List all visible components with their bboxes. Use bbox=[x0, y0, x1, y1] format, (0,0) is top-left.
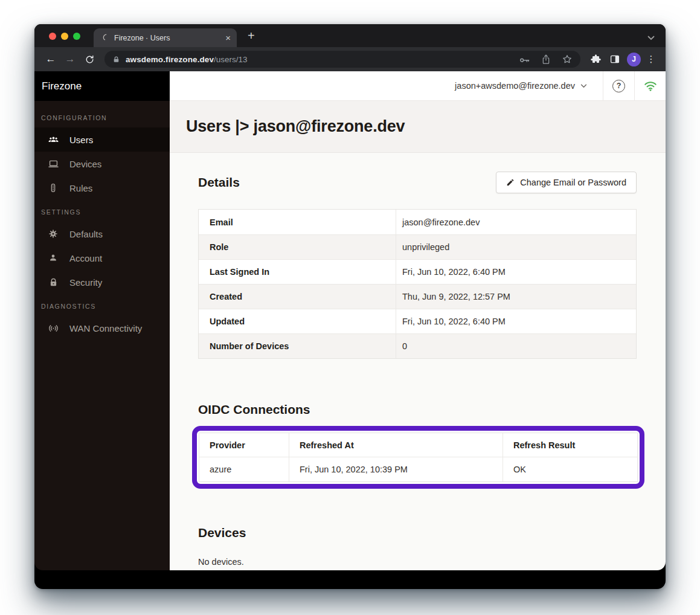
address-bar[interactable]: awsdemo.firezone.dev/users/13 bbox=[104, 51, 580, 68]
page-title: Users |> jason@firezone.dev bbox=[186, 117, 405, 136]
bookmark-star-icon[interactable] bbox=[562, 54, 573, 65]
sidebar-item-rules[interactable]: Rules bbox=[34, 176, 170, 200]
minimize-window-button[interactable] bbox=[61, 33, 68, 40]
sidebar-item-wan-connectivity[interactable]: WAN Connectivity bbox=[34, 316, 170, 340]
sidebar-item-label: Devices bbox=[69, 159, 101, 169]
browser-tab[interactable]: Firezone · Users × bbox=[94, 28, 237, 47]
devices-heading: Devices bbox=[198, 526, 637, 540]
table-row: Created Thu, Jun 9, 2022, 12:57 PM bbox=[199, 284, 636, 309]
tab-strip: Firezone · Users × + bbox=[34, 24, 666, 47]
traffic-light-icon bbox=[47, 182, 59, 193]
pencil-icon bbox=[506, 178, 515, 187]
browser-profile-avatar[interactable]: J bbox=[627, 53, 641, 66]
sidebar-item-security[interactable]: Security bbox=[34, 270, 170, 294]
gear-icon bbox=[47, 228, 59, 239]
password-key-icon[interactable] bbox=[519, 54, 530, 65]
wifi-icon bbox=[644, 80, 657, 92]
section-label-settings: SETTINGS bbox=[34, 200, 170, 222]
sidebar: Firezone CONFIGURATION Users Devices bbox=[34, 71, 170, 570]
table-row: Email jason@firezone.dev bbox=[199, 210, 636, 234]
browser-window: Firezone · Users × + ← → awsdemo.firezon… bbox=[34, 24, 666, 589]
browser-menu-icon[interactable]: ⋮ bbox=[644, 54, 658, 65]
back-button[interactable]: ← bbox=[42, 53, 60, 65]
account-menu[interactable]: jason+awsdemo@firezone.dev bbox=[439, 71, 603, 100]
app-header: jason+awsdemo@firezone.dev ? bbox=[170, 71, 666, 101]
section-label-configuration: CONFIGURATION bbox=[34, 106, 170, 127]
tab-close-icon[interactable]: × bbox=[225, 33, 231, 42]
main-content: Details Change Email or Password Email j… bbox=[170, 153, 666, 570]
chevron-down-icon bbox=[580, 84, 587, 88]
help-icon: ? bbox=[612, 80, 625, 92]
details-table: Email jason@firezone.dev Role unprivileg… bbox=[198, 209, 637, 359]
tab-search-chevron-icon[interactable] bbox=[647, 32, 655, 43]
sidebar-item-label: Users bbox=[69, 135, 93, 145]
browser-toolbar: ← → awsdemo.firezone.dev/users/13 bbox=[34, 47, 666, 71]
sidebar-item-users[interactable]: Users bbox=[34, 127, 170, 152]
app-main: Firezone CONFIGURATION Users Devices bbox=[34, 71, 666, 570]
traffic-lights bbox=[49, 33, 80, 40]
sidebar-item-account[interactable]: Account bbox=[34, 246, 170, 270]
person-icon bbox=[47, 253, 59, 263]
sidebar-item-label: Rules bbox=[69, 183, 92, 193]
page-title-band: Users |> jason@firezone.dev bbox=[170, 101, 666, 153]
sidebar-item-label: Account bbox=[69, 253, 102, 263]
side-panel-icon[interactable] bbox=[606, 54, 624, 65]
table-row: Updated Fri, Jun 10, 2022, 6:40 PM bbox=[199, 309, 636, 333]
sidebar-item-label: Defaults bbox=[69, 229, 103, 239]
laptop-icon bbox=[47, 158, 59, 170]
content-column: jason+awsdemo@firezone.dev ? Users |> ja… bbox=[170, 71, 666, 570]
url-path: /users/13 bbox=[214, 55, 248, 64]
tab-title: Firezone · Users bbox=[114, 34, 220, 42]
oidc-highlight: Provider Refreshed At Refresh Result azu… bbox=[192, 426, 644, 489]
favicon-icon bbox=[101, 33, 109, 43]
change-email-password-button[interactable]: Change Email or Password bbox=[496, 172, 637, 193]
forward-button[interactable]: → bbox=[61, 53, 79, 65]
sidebar-item-devices[interactable]: Devices bbox=[34, 152, 170, 176]
share-icon[interactable] bbox=[541, 54, 551, 65]
oidc-table: Provider Refreshed At Refresh Result azu… bbox=[199, 433, 638, 482]
section-label-diagnostics: DIAGNOSTICS bbox=[34, 294, 170, 316]
oidc-connections-heading: OIDC Connections bbox=[198, 402, 637, 417]
extensions-puzzle-icon[interactable] bbox=[586, 54, 605, 65]
url-domain: awsdemo.firezone.dev bbox=[126, 55, 214, 64]
brand-logo: Firezone bbox=[34, 71, 170, 101]
zoom-window-button[interactable] bbox=[73, 33, 80, 40]
table-row: Role unprivileged bbox=[199, 234, 636, 259]
table-header-row: Provider Refreshed At Refresh Result bbox=[199, 433, 637, 457]
table-row: Number of Devices 0 bbox=[199, 333, 636, 358]
sidebar-item-label: WAN Connectivity bbox=[69, 323, 142, 333]
reload-button[interactable] bbox=[80, 54, 98, 65]
https-lock-icon bbox=[112, 56, 120, 63]
close-window-button[interactable] bbox=[49, 33, 56, 40]
users-icon bbox=[47, 134, 59, 146]
details-heading: Details bbox=[198, 175, 240, 190]
account-email: jason+awsdemo@firezone.dev bbox=[455, 81, 575, 91]
sidebar-item-defaults[interactable]: Defaults bbox=[34, 222, 170, 246]
new-tab-button[interactable]: + bbox=[248, 29, 255, 43]
devices-empty-text: No devices. bbox=[198, 557, 637, 567]
sidebar-item-label: Security bbox=[69, 277, 102, 288]
help-button[interactable]: ? bbox=[603, 71, 634, 100]
lock-icon bbox=[47, 277, 59, 288]
connectivity-status-button[interactable] bbox=[634, 71, 666, 100]
table-row: azure Fri, Jun 10, 2022, 10:39 PM OK bbox=[199, 457, 637, 481]
url-text: awsdemo.firezone.dev/users/13 bbox=[126, 55, 248, 64]
table-row: Last Signed In Fri, Jun 10, 2022, 6:40 P… bbox=[199, 259, 636, 284]
signal-broadcast-icon bbox=[47, 323, 59, 334]
